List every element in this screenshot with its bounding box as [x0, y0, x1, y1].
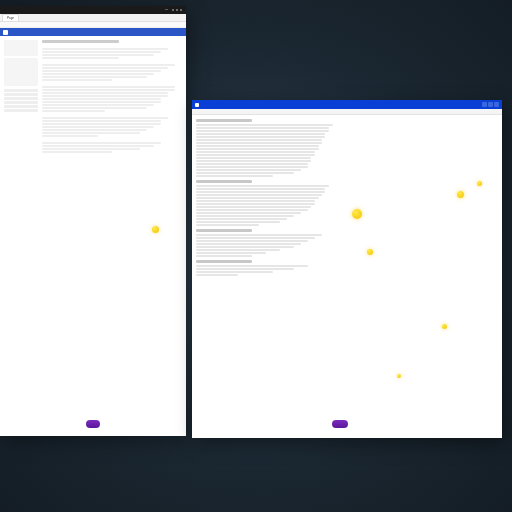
window-control-min-icon[interactable]	[482, 102, 487, 107]
list-section	[196, 119, 336, 177]
text-line	[42, 73, 154, 75]
primary-action-button[interactable]	[86, 420, 100, 428]
sidebar-item[interactable]	[4, 109, 38, 112]
text-line	[42, 132, 140, 134]
list-row[interactable]	[196, 188, 325, 190]
list-row[interactable]	[196, 154, 315, 156]
primary-action-button[interactable]	[332, 420, 348, 428]
list-section	[196, 260, 336, 276]
text-line	[42, 86, 175, 88]
window-control-close-icon[interactable]	[494, 102, 499, 107]
highlight-marker-icon[interactable]	[477, 181, 482, 186]
list-row[interactable]	[196, 130, 329, 132]
list-row[interactable]	[196, 133, 325, 135]
text-line	[42, 104, 154, 106]
list-row[interactable]	[196, 240, 308, 242]
page-footer	[0, 414, 186, 436]
list-row[interactable]	[196, 151, 315, 153]
titlebar[interactable]: •••	[0, 6, 186, 14]
list-row[interactable]	[196, 218, 287, 220]
highlight-marker-icon[interactable]	[152, 226, 159, 233]
app-footer	[192, 414, 502, 438]
list-row[interactable]	[196, 127, 329, 129]
sidebar-item[interactable]	[4, 89, 38, 92]
list-row[interactable]	[196, 212, 301, 214]
highlight-marker-icon[interactable]	[352, 209, 362, 219]
sidebar-card[interactable]	[4, 58, 38, 86]
sidebar-item[interactable]	[4, 105, 38, 108]
list-row[interactable]	[196, 209, 308, 211]
text-line	[42, 126, 154, 128]
list-row[interactable]	[196, 194, 322, 196]
list-row[interactable]	[196, 197, 319, 199]
list-row[interactable]	[196, 166, 308, 168]
list-column	[196, 119, 336, 410]
app-icon	[195, 103, 199, 107]
list-row[interactable]	[196, 249, 280, 251]
highlight-marker-icon[interactable]	[442, 324, 447, 329]
list-row[interactable]	[196, 215, 294, 217]
list-row[interactable]	[196, 175, 273, 177]
text-line	[42, 79, 112, 81]
list-row[interactable]	[196, 271, 273, 273]
list-row[interactable]	[196, 145, 319, 147]
list-row[interactable]	[196, 124, 333, 126]
sidebar	[4, 40, 38, 410]
sidebar-item[interactable]	[4, 97, 38, 100]
text-line	[42, 123, 161, 125]
list-row[interactable]	[196, 234, 322, 236]
text-line	[42, 67, 168, 69]
window-control-max-icon[interactable]	[176, 9, 178, 11]
list-row[interactable]	[196, 252, 266, 254]
text-line	[42, 54, 154, 56]
list-row[interactable]	[196, 274, 238, 276]
highlight-marker-icon[interactable]	[457, 191, 464, 198]
list-row[interactable]	[196, 191, 325, 193]
section-heading	[196, 229, 252, 232]
text-line	[42, 135, 98, 137]
list-row[interactable]	[196, 246, 294, 248]
window-control-close-icon[interactable]	[180, 9, 182, 11]
text-line	[42, 145, 154, 147]
app-window-right	[192, 100, 502, 438]
list-row[interactable]	[196, 136, 325, 138]
site-header	[0, 28, 186, 36]
sidebar-item[interactable]	[4, 101, 38, 104]
site-logo-icon[interactable]	[3, 30, 8, 35]
highlight-marker-icon[interactable]	[367, 249, 373, 255]
list-row[interactable]	[196, 169, 301, 171]
list-row[interactable]	[196, 160, 311, 162]
sidebar-card[interactable]	[4, 40, 38, 56]
list-row[interactable]	[196, 255, 252, 257]
text-line	[42, 92, 168, 94]
page-content	[0, 36, 186, 414]
canvas-area[interactable]	[342, 119, 498, 410]
list-row[interactable]	[196, 200, 315, 202]
window-control-min-icon[interactable]	[172, 9, 174, 11]
list-row[interactable]	[196, 224, 259, 226]
list-row[interactable]	[196, 221, 280, 223]
list-row[interactable]	[196, 243, 301, 245]
browser-tab[interactable]: Page	[2, 14, 19, 21]
list-row[interactable]	[196, 203, 315, 205]
list-row[interactable]	[196, 142, 322, 144]
highlight-marker-icon[interactable]	[397, 374, 401, 378]
list-row[interactable]	[196, 265, 308, 267]
list-row[interactable]	[196, 206, 311, 208]
list-row[interactable]	[196, 148, 319, 150]
text-line	[42, 76, 147, 78]
browser-window-left: ••• Page	[0, 6, 186, 436]
text-line	[42, 107, 147, 109]
titlebar-indicator: •••	[165, 8, 168, 12]
list-row[interactable]	[196, 163, 308, 165]
list-row[interactable]	[196, 268, 294, 270]
sidebar-item[interactable]	[4, 93, 38, 96]
list-row[interactable]	[196, 157, 311, 159]
list-row[interactable]	[196, 172, 294, 174]
list-row[interactable]	[196, 185, 329, 187]
window-control-max-icon[interactable]	[488, 102, 493, 107]
titlebar[interactable]	[192, 100, 502, 109]
list-row[interactable]	[196, 237, 315, 239]
list-row[interactable]	[196, 139, 322, 141]
text-line	[42, 129, 147, 131]
